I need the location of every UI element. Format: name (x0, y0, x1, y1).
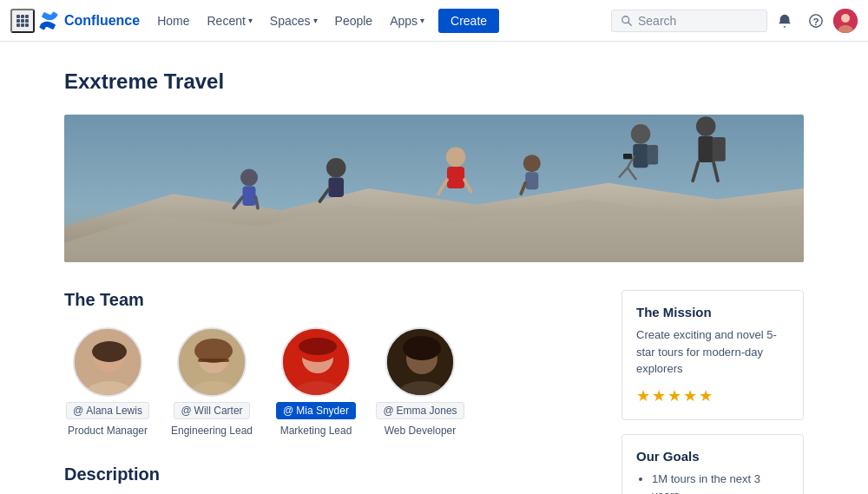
svg-line-10 (628, 22, 632, 25)
svg-rect-53 (198, 359, 229, 362)
svg-rect-3 (16, 19, 20, 23)
hero-scene-svg (64, 115, 804, 262)
member-tag-will[interactable]: @ Will Carter (174, 402, 249, 419)
content-sidebar: The Mission Create exciting and novel 5-… (621, 290, 804, 494)
bell-icon (777, 13, 792, 29)
svg-rect-0 (16, 15, 20, 18)
content-main: The Team @ Alana Lewis (64, 290, 594, 494)
svg-point-14 (841, 14, 850, 23)
member-tag-alana[interactable]: @ Alana Lewis (66, 402, 149, 419)
svg-line-22 (256, 197, 259, 208)
avatar-emma (385, 327, 455, 397)
logo-text: Confluence (64, 13, 140, 29)
spaces-arrow-icon: ▾ (313, 16, 318, 25)
navbar: Confluence Home Recent ▾ Spaces ▾ People… (0, 0, 868, 42)
svg-rect-35 (648, 145, 659, 165)
nav-spaces[interactable]: Spaces ▾ (263, 0, 325, 42)
hero-image (64, 115, 804, 262)
svg-rect-42 (713, 137, 726, 161)
confluence-logo-icon (38, 10, 59, 31)
main-content: Exxtreme Travel (43, 42, 825, 494)
svg-point-58 (299, 338, 337, 355)
team-member-will: @ Will Carter Engineering Lead (168, 327, 255, 437)
svg-rect-31 (525, 172, 538, 189)
svg-rect-20 (242, 186, 255, 206)
mission-card: The Mission Create exciting and novel 5-… (621, 290, 804, 420)
svg-rect-34 (633, 144, 648, 168)
svg-rect-2 (25, 15, 29, 18)
svg-point-23 (326, 158, 346, 178)
description-section: Description The mission of the Exxtreme … (64, 464, 594, 494)
svg-rect-24 (328, 177, 344, 197)
svg-rect-6 (16, 23, 20, 27)
recent-arrow-icon: ▾ (248, 16, 253, 25)
search-box[interactable] (611, 10, 767, 32)
svg-rect-8 (25, 23, 29, 27)
svg-rect-7 (21, 23, 24, 27)
avatar-will (177, 327, 247, 397)
nav-recent[interactable]: Recent ▾ (200, 0, 259, 42)
avatar-image (833, 9, 858, 33)
star-3: ★ (667, 386, 681, 405)
star-2: ★ (652, 386, 666, 405)
member-role-emma: Web Developer (385, 425, 457, 437)
svg-rect-4 (21, 19, 24, 23)
svg-text:?: ? (812, 15, 819, 26)
member-tag-mia[interactable]: @ Mia Snyder (276, 402, 356, 419)
help-icon: ? (808, 13, 824, 29)
member-tag-emma[interactable]: @ Emma Jones (376, 402, 464, 419)
svg-rect-41 (698, 136, 713, 162)
goals-list: 1M tours in the next 3 years 10% more ne… (636, 471, 789, 495)
member-role-alana: Product Manager (68, 425, 148, 437)
nav-people[interactable]: People (328, 0, 380, 42)
team-grid: @ Alana Lewis Product Manager (64, 327, 594, 437)
member-role-mia: Marketing Lead (280, 425, 352, 437)
goals-card-title: Our Goals (636, 449, 789, 464)
svg-point-26 (446, 147, 466, 167)
svg-rect-5 (25, 19, 29, 23)
star-5: ★ (699, 386, 713, 405)
notifications-button[interactable] (771, 7, 799, 35)
svg-point-62 (403, 336, 441, 360)
create-button[interactable]: Create (438, 9, 499, 33)
page-title: Exxtreme Travel (64, 69, 804, 94)
star-4: ★ (683, 386, 697, 405)
nav-apps[interactable]: Apps ▾ (383, 0, 431, 42)
svg-point-48 (92, 341, 127, 362)
user-avatar[interactable] (833, 9, 858, 33)
goal-item-1: 1M tours in the next 3 years (652, 471, 789, 495)
apps-arrow-icon: ▾ (420, 16, 424, 25)
svg-rect-1 (21, 15, 24, 18)
svg-point-40 (696, 116, 716, 136)
svg-point-30 (523, 155, 541, 172)
search-input[interactable] (638, 14, 742, 28)
team-member-alana: @ Alana Lewis Product Manager (64, 327, 151, 437)
goals-card: Our Goals 1M tours in the next 3 years 1… (621, 434, 804, 495)
svg-point-33 (631, 124, 651, 144)
star-1: ★ (636, 386, 650, 405)
help-button[interactable]: ? (802, 7, 830, 35)
team-section-title: The Team (64, 290, 594, 310)
svg-rect-39 (623, 154, 632, 159)
mission-stars: ★ ★ ★ ★ ★ (636, 386, 789, 405)
svg-point-19 (240, 168, 258, 186)
search-icon (621, 15, 633, 27)
team-member-mia: @ Mia Snyder Marketing Lead (273, 327, 359, 437)
content-layout: The Team @ Alana Lewis (64, 290, 804, 494)
team-member-emma: @ Emma Jones Web Developer (377, 327, 464, 437)
avatar-alana (73, 327, 142, 397)
mission-text: Create exciting and novel 5-star tours f… (636, 326, 789, 378)
nav-home[interactable]: Home (150, 0, 196, 42)
svg-rect-27 (447, 167, 464, 188)
logo-link[interactable]: Confluence (38, 10, 140, 31)
mission-card-title: The Mission (636, 305, 789, 319)
description-title: Description (64, 464, 594, 484)
avatar-mia (281, 327, 351, 397)
grid-menu-button[interactable] (10, 9, 35, 33)
member-role-will: Engineering Lead (171, 425, 253, 437)
